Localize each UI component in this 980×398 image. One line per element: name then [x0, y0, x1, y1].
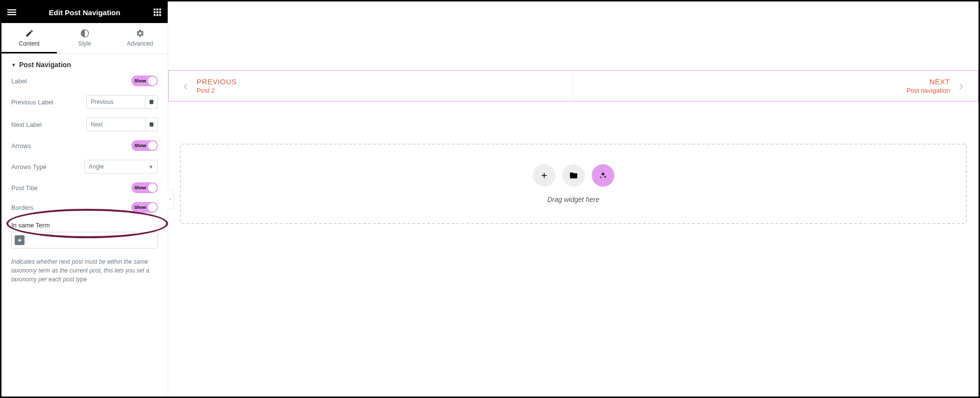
- toggle-knob: [148, 203, 157, 212]
- tab-style-label: Style: [78, 40, 91, 47]
- toggle-knob: [148, 183, 157, 192]
- menu-icon[interactable]: [7, 8, 16, 17]
- control-arrows-type: Arrows Type Angle ▼: [11, 160, 158, 174]
- plus-icon[interactable]: +: [15, 235, 25, 245]
- toggle-state: Show: [134, 143, 146, 148]
- control-label: Label Show: [11, 75, 158, 86]
- prev-link[interactable]: ‹ PREVIOUS Post 2: [169, 71, 573, 101]
- control-previous-label: Previous Label: [11, 95, 158, 109]
- toggle-state: Show: [134, 205, 146, 210]
- collapse-handle[interactable]: ‹: [168, 189, 174, 209]
- next-label-input[interactable]: [86, 118, 145, 131]
- next-link[interactable]: NEXT Post navigation ›: [573, 71, 978, 101]
- angle-left-icon: ‹: [183, 78, 188, 94]
- previous-label-input[interactable]: [86, 95, 145, 109]
- svg-rect-0: [7, 9, 16, 10]
- control-arrows: Arrows Show: [11, 140, 158, 151]
- svg-rect-8: [159, 11, 161, 13]
- post-title-lbl: Post Title: [11, 184, 37, 192]
- svg-rect-9: [154, 14, 156, 16]
- svg-rect-6: [154, 11, 156, 13]
- next-label: NEXT: [906, 77, 950, 86]
- chevron-down-icon: ▼: [149, 164, 153, 170]
- pencil-icon: [25, 29, 34, 38]
- help-text: Indicates whether next post must be with…: [11, 257, 158, 284]
- control-borders: Borders Show: [11, 202, 158, 213]
- canvas: ‹ PREVIOUS Post 2 NEXT Post navigation ›: [168, 1, 979, 397]
- dropzone-label: Drag widget here: [201, 196, 946, 203]
- arrows-toggle[interactable]: Show: [131, 140, 158, 151]
- prev-label: PREVIOUS: [197, 77, 237, 86]
- svg-rect-5: [159, 9, 161, 11]
- apps-icon[interactable]: [153, 8, 162, 17]
- gear-icon: [136, 29, 145, 38]
- controls: Label Show Previous Label Next Label: [1, 75, 168, 294]
- editor-sidebar: Edit Post Navigation Content Style Advan…: [1, 1, 168, 397]
- panel-header: Edit Post Navigation: [1, 1, 168, 23]
- in-same-term-lbl: In same Term: [11, 222, 158, 229]
- svg-rect-2: [7, 14, 16, 15]
- tab-style[interactable]: Style: [57, 23, 112, 53]
- svg-rect-10: [156, 14, 158, 16]
- arrows-lbl: Arrows: [11, 142, 31, 149]
- tab-advanced[interactable]: Advanced: [112, 23, 168, 53]
- control-post-title: Post Title Show: [11, 182, 158, 193]
- dropzone[interactable]: Drag widget here: [180, 144, 967, 224]
- prev-title: Post 2: [197, 87, 237, 94]
- svg-rect-4: [156, 9, 158, 11]
- control-next-label: Next Label: [11, 118, 158, 131]
- section-toggle[interactable]: ▼ Post Navigation: [1, 54, 168, 75]
- contrast-icon: [80, 29, 89, 38]
- chevron-left-icon: ‹: [170, 197, 171, 202]
- toggle-knob: [148, 76, 157, 85]
- toggle-state: Show: [134, 78, 146, 83]
- angle-right-icon: ›: [959, 78, 963, 94]
- svg-rect-7: [156, 11, 158, 13]
- toggle-knob: [148, 141, 157, 150]
- tab-advanced-label: Advanced: [127, 40, 153, 47]
- next-title: Post navigation: [906, 87, 950, 94]
- tab-content[interactable]: Content: [1, 23, 57, 53]
- panel-title: Edit Post Navigation: [16, 8, 153, 17]
- label-lbl: Label: [11, 77, 27, 85]
- dynamic-tags-button[interactable]: [145, 118, 158, 131]
- label-toggle[interactable]: Show: [131, 75, 158, 86]
- add-widget-button[interactable]: [533, 164, 555, 187]
- control-in-same-term: In same Term +: [11, 222, 158, 249]
- in-same-term-select[interactable]: +: [11, 232, 158, 249]
- app-window: Edit Post Navigation Content Style Advan…: [0, 0, 980, 398]
- svg-rect-11: [159, 14, 161, 16]
- post-title-toggle[interactable]: Show: [131, 182, 158, 193]
- arrows-type-select[interactable]: Angle ▼: [84, 160, 158, 174]
- borders-toggle[interactable]: Show: [131, 202, 158, 213]
- next-label-lbl: Next Label: [11, 121, 42, 128]
- arrows-type-value: Angle: [89, 163, 104, 170]
- tab-content-label: Content: [19, 40, 39, 47]
- tabs: Content Style Advanced: [1, 23, 168, 54]
- ai-button[interactable]: [592, 164, 614, 187]
- svg-rect-3: [154, 9, 156, 11]
- toggle-state: Show: [134, 185, 146, 190]
- caret-down-icon: ▼: [11, 62, 16, 68]
- library-button[interactable]: [562, 164, 585, 187]
- previous-label-lbl: Previous Label: [11, 99, 53, 106]
- borders-lbl: Borders: [11, 204, 34, 211]
- dynamic-tags-button[interactable]: [145, 95, 158, 109]
- svg-rect-1: [7, 12, 16, 13]
- section-title-label: Post Navigation: [19, 61, 71, 69]
- arrows-type-lbl: Arrows Type: [11, 163, 47, 171]
- post-navigation-widget[interactable]: ‹ PREVIOUS Post 2 NEXT Post navigation ›: [168, 70, 979, 101]
